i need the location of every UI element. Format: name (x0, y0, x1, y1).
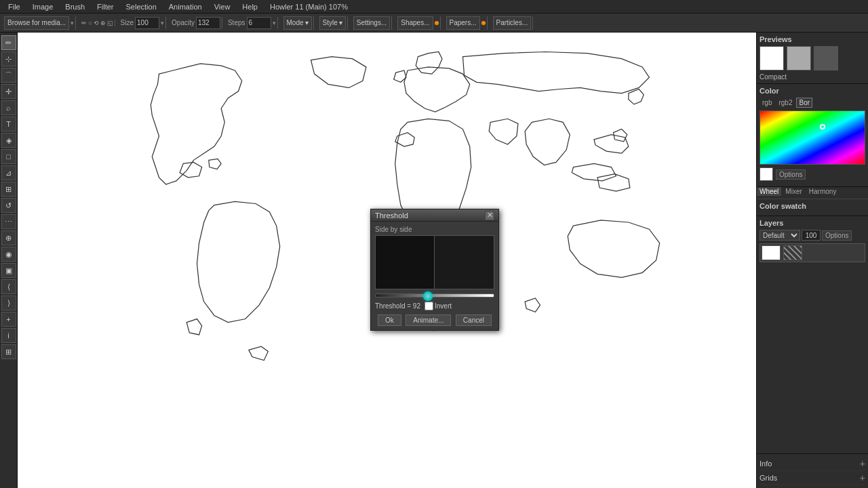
preview-swatch-dark[interactable] (814, 46, 838, 70)
tool-misc4[interactable]: ▣ (1, 263, 16, 278)
style-button[interactable]: Style▾ (319, 16, 346, 30)
tool-pan[interactable]: ⊞ (1, 182, 16, 197)
tool-fill[interactable]: ◈ (1, 133, 16, 148)
menu-help[interactable]: Help (237, 1, 263, 12)
size-input[interactable] (135, 17, 159, 29)
tool-move[interactable]: ✛ (1, 84, 16, 99)
preview-swatch-gray[interactable] (787, 46, 811, 70)
right-panel: Previews Compact Color rgb rgb2 Bor Opt (756, 33, 868, 488)
tool-grid[interactable]: ⊞ (1, 344, 16, 359)
threshold-slider-track[interactable] (375, 293, 494, 298)
grids-row[interactable]: Grids + (760, 471, 865, 485)
layers-options-button[interactable]: Options (822, 230, 852, 241)
tool-eyedrop[interactable]: ⊿ (1, 165, 16, 180)
style-group: Style▾ (318, 16, 348, 30)
tool-misc6[interactable]: ⟩ (1, 296, 16, 310)
threshold-animate-button[interactable]: Animate... (406, 314, 451, 326)
threshold-titlebar[interactable]: Threshold ✕ (371, 209, 498, 222)
tool-icon-3[interactable]: ⟲ (94, 20, 99, 26)
threshold-slider-thumb[interactable] (423, 291, 433, 301)
threshold-buttons: Ok Animate... Cancel (375, 314, 494, 326)
steps-input[interactable] (247, 17, 271, 29)
threshold-dialog: Threshold ✕ Side by side Threshold = 92 (370, 209, 499, 331)
color-tabs: rgb rgb2 Bor (760, 98, 865, 108)
canvas-area[interactable]: Shaped (18, 33, 756, 488)
menu-view[interactable]: View (209, 1, 236, 12)
tool-icon-1[interactable]: ✏ (81, 20, 87, 26)
opacity-group: Opacity (170, 17, 222, 29)
grids-label: Grids (760, 474, 777, 482)
tool-info[interactable]: i (1, 328, 16, 343)
invert-checkbox[interactable] (425, 302, 433, 310)
color-tab-rgb2[interactable]: rgb2 (776, 98, 795, 108)
preview-label: Side by side (375, 226, 494, 233)
main-layout: ✏ ⊹ ⌒ ✛ ⌕ T ◈ □ ⊿ ⊞ ↺ ⋯ ⊕ ◉ ▣ ⟨ ⟩ + i ⊞ … (0, 33, 868, 488)
menu-filter[interactable]: Filter (92, 1, 119, 12)
threshold-cancel-button[interactable]: Cancel (456, 314, 492, 326)
color-sub-tabs: Wheel Mixer Harmony (757, 187, 868, 199)
color-selector-dot (820, 124, 825, 129)
info-row[interactable]: Info + (760, 457, 865, 471)
papers-group: Papers... (445, 16, 488, 30)
tool-lasso[interactable]: ⌒ (1, 68, 16, 83)
tool-misc3[interactable]: ◉ (1, 247, 16, 262)
shapes-indicator (435, 21, 439, 25)
invert-label: Invert (435, 302, 452, 310)
grids-plus-icon[interactable]: + (860, 472, 865, 483)
tool-shape[interactable]: □ (1, 149, 16, 164)
tool-add[interactable]: + (1, 312, 16, 327)
shapes-button[interactable]: Shapes... (397, 16, 433, 30)
browse-button[interactable]: Browse for media... (4, 16, 69, 30)
threshold-value-row: Threshold = 92 Invert (375, 302, 494, 310)
papers-button[interactable]: Papers... (446, 16, 480, 30)
size-dropdown-icon[interactable]: ▾ (161, 20, 164, 26)
color-panel: Color rgb rgb2 Bor Options (757, 84, 868, 187)
tool-icon-2[interactable]: ○ (88, 20, 92, 26)
threshold-close-button[interactable]: ✕ (485, 211, 494, 220)
tool-zoom[interactable]: ⌕ (1, 100, 16, 115)
tool-rotate[interactable]: ↺ (1, 198, 16, 213)
tool-brush[interactable]: ✏ (1, 35, 16, 50)
current-color-swatch[interactable] (760, 167, 773, 181)
menu-animation[interactable]: Animation (163, 1, 208, 12)
menu-brush[interactable]: Brush (60, 1, 90, 12)
menu-image[interactable]: Image (27, 1, 59, 12)
mode-group: Mode▾ (282, 16, 314, 30)
steps-dropdown-icon[interactable]: ▾ (273, 20, 276, 26)
size-group: Size ▾ (119, 17, 166, 29)
layers-value-input[interactable] (802, 230, 821, 241)
layer-item-1[interactable] (760, 243, 865, 262)
menu-selection[interactable]: Selection (121, 1, 162, 12)
tool-icon-5[interactable]: ◱ (107, 20, 113, 26)
color-sub-tab-mixer[interactable]: Mixer (783, 187, 804, 196)
layers-default-select[interactable]: Default (760, 230, 800, 241)
color-swatch-section: Color swatch (757, 199, 868, 216)
preview-swatch-white[interactable] (760, 46, 784, 70)
color-tab-bor[interactable]: Bor (796, 98, 812, 108)
tool-misc2[interactable]: ⊕ (1, 230, 16, 245)
settings-button[interactable]: Settings... (353, 16, 390, 30)
tool-select[interactable]: ⊹ (1, 52, 16, 66)
opacity-input[interactable] (196, 17, 220, 29)
color-tab-rgb[interactable]: rgb (760, 98, 774, 108)
tool-misc1[interactable]: ⋯ (1, 214, 16, 229)
toolbar: Browse for media... ▾ ✏ ○ ⟲ ⊕ ◱ Size ▾ O… (0, 14, 868, 33)
particles-button[interactable]: Particles... (493, 16, 532, 30)
menu-file[interactable]: File (3, 1, 26, 12)
settings-group: Settings... (352, 16, 392, 30)
browse-dropdown-icon[interactable]: ▾ (71, 20, 74, 26)
info-plus-icon[interactable]: + (860, 458, 865, 469)
browse-group: Browse for media... ▾ (3, 16, 76, 30)
color-sub-tab-wheel[interactable]: Wheel (757, 187, 781, 196)
layers-list (760, 243, 865, 451)
color-gradient-display[interactable] (760, 110, 865, 165)
tool-misc5[interactable]: ⟨ (1, 279, 16, 294)
threshold-ok-button[interactable]: Ok (378, 314, 401, 326)
options-row: Options (760, 167, 865, 181)
mode-button[interactable]: Mode▾ (283, 16, 312, 30)
color-sub-tab-harmony[interactable]: Harmony (806, 187, 840, 196)
tool-icon-4[interactable]: ⊕ (100, 20, 106, 26)
color-swatch-title: Color swatch (760, 202, 865, 210)
options-button[interactable]: Options (776, 169, 806, 180)
tool-text[interactable]: T (1, 117, 16, 131)
